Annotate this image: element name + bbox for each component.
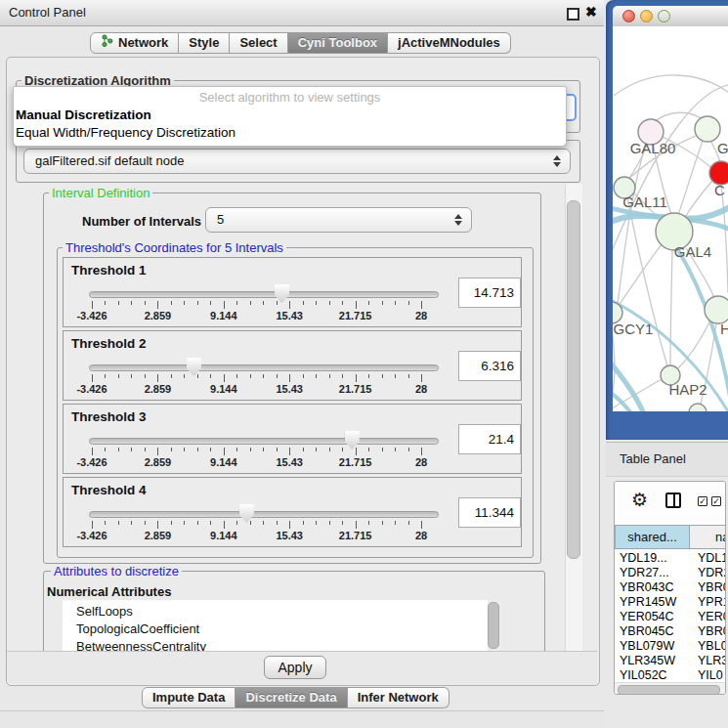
table-hscrollbar-thumb[interactable] bbox=[618, 685, 720, 695]
network-node-g[interactable] bbox=[695, 116, 720, 142]
numerical-attributes-list[interactable]: SelfLoopsTopologicalCoefficientBetweenne… bbox=[63, 600, 501, 651]
tab-label: Impute Data bbox=[152, 687, 225, 708]
network-edge bbox=[613, 348, 645, 411]
slider-tick-label: 21.715 bbox=[339, 456, 372, 468]
gear-icon[interactable]: ⚙ bbox=[631, 491, 648, 509]
algorithm-dropdown-hint: Select algorithm to view settings bbox=[14, 90, 566, 105]
table-row[interactable]: YBL079WYBL0 bbox=[615, 639, 726, 654]
slider-scale-labels: -3.4262.8599.14415.4321.71528 bbox=[92, 310, 421, 321]
attribute-list-item[interactable]: SelfLoops bbox=[63, 603, 501, 621]
checked-checkbox-icon[interactable]: ✓ bbox=[698, 496, 707, 506]
cell-shared-name: YDR27... bbox=[615, 566, 694, 580]
network-edge bbox=[620, 244, 662, 304]
tab-discretize-data[interactable]: Discretize Data bbox=[236, 687, 347, 708]
slider-scale-labels: -3.4262.8599.14415.4321.71528 bbox=[92, 530, 421, 541]
table-row[interactable]: YER054CYER0 bbox=[615, 610, 726, 624]
column-header-name[interactable]: na bbox=[690, 525, 726, 549]
slider-track[interactable] bbox=[89, 364, 439, 371]
slider-ticks bbox=[92, 521, 421, 530]
tab-impute-data[interactable]: Impute Data bbox=[142, 687, 236, 708]
tab-cyni-toolbox[interactable]: Cyni Toolbox bbox=[288, 32, 388, 54]
column-layout-icon[interactable] bbox=[665, 492, 681, 508]
algorithm-dropdown-popup: Select algorithm to view settings Manual… bbox=[13, 86, 567, 147]
slider-tick-label: 15.43 bbox=[276, 383, 303, 395]
table-row[interactable]: YBR045CYBR0 bbox=[615, 624, 726, 639]
table-row[interactable]: YLR345WYLR3 bbox=[615, 654, 726, 668]
table-row[interactable]: YDR27...YDR2 bbox=[615, 566, 726, 580]
slider-tick-label: 28 bbox=[415, 456, 427, 468]
attribute-list-item[interactable]: TopologicalCoefficient bbox=[63, 621, 501, 638]
algorithm-option-equal-width[interactable]: Equal Width/Frequency Discretization bbox=[16, 125, 236, 140]
slider-tick-label: 2.859 bbox=[145, 456, 172, 468]
threshold-value-field[interactable]: 6.316 bbox=[458, 351, 521, 381]
slider-track[interactable] bbox=[89, 291, 439, 298]
close-icon[interactable]: ✖ bbox=[585, 4, 597, 20]
table-header-row: shared... na bbox=[615, 525, 726, 549]
cell-shared-name: YBL079W bbox=[615, 639, 694, 654]
control-panel-titlebar: Control Panel ✖ bbox=[0, 0, 604, 26]
close-traffic-light-icon[interactable] bbox=[622, 10, 635, 22]
table-toolbar: ⚙ ✓ ✓ bbox=[615, 482, 725, 523]
slider-tick-label: 2.859 bbox=[145, 383, 172, 395]
tab-label: Discretize Data bbox=[245, 687, 336, 708]
slider-tick-label: 2.859 bbox=[145, 530, 172, 541]
cell-name: YPR1 bbox=[694, 595, 726, 610]
threshold-value-field[interactable]: 21.4 bbox=[458, 424, 521, 454]
attributes-group-title: Attributes to discretize bbox=[51, 564, 182, 578]
slider-tick-label: 21.715 bbox=[339, 530, 372, 541]
number-of-intervals-select[interactable]: 5 bbox=[205, 207, 472, 233]
table-hscrollbar-track[interactable] bbox=[615, 682, 725, 695]
slider-track[interactable] bbox=[89, 511, 439, 518]
list-scrollbar-track[interactable] bbox=[488, 600, 501, 651]
network-canvas[interactable]: GAL80G.CGAL11GAL4GCY1HHAP2 bbox=[613, 26, 728, 411]
slider-track[interactable] bbox=[89, 438, 439, 445]
threshold-panel: Threshold 2 -3.4262.8599.14415.4321.7152… bbox=[63, 330, 522, 401]
table-data-select[interactable]: galFiltered.sif default node bbox=[23, 149, 571, 174]
minimize-traffic-light-icon[interactable] bbox=[640, 10, 653, 22]
network-window-titlebar bbox=[613, 6, 728, 27]
threshold-value-field[interactable]: 14.713 bbox=[458, 278, 521, 308]
attribute-list-item[interactable]: BetweennessCentrality bbox=[63, 638, 501, 651]
list-scrollbar-thumb[interactable] bbox=[488, 602, 499, 649]
cell-name: YER0 bbox=[694, 610, 726, 624]
table-row[interactable]: YDL19...YDL1 bbox=[615, 551, 726, 566]
threshold-label: Threshold 4 bbox=[71, 483, 147, 497]
number-of-intervals-value: 5 bbox=[217, 212, 224, 227]
tab-label: jActiveMNodules bbox=[398, 32, 500, 54]
tab-infer-network[interactable]: Infer Network bbox=[348, 687, 450, 708]
network-icon bbox=[101, 32, 113, 54]
table-panel: ⚙ ✓ ✓ shared... na YDL19...YDL1YDR27...Y… bbox=[614, 481, 726, 695]
slider-ticks bbox=[92, 301, 421, 310]
tab-jactivemnodules[interactable]: jActiveMNodules bbox=[388, 32, 511, 54]
network-edge bbox=[721, 186, 728, 293]
network-node-label: C bbox=[714, 182, 725, 198]
slider-tick-label: 2.859 bbox=[145, 310, 172, 321]
network-node[interactable] bbox=[689, 404, 707, 411]
checked-checkbox-icon[interactable]: ✓ bbox=[711, 496, 721, 506]
algorithm-option-manual[interactable]: Manual Discretization bbox=[16, 107, 151, 122]
tab-select[interactable]: Select bbox=[230, 32, 287, 54]
apply-button[interactable]: Apply bbox=[264, 656, 326, 679]
network-node-label: GCY1 bbox=[614, 321, 654, 337]
threshold-value-field[interactable]: 11.344 bbox=[458, 497, 521, 528]
table-row[interactable]: YPR145WYPR1 bbox=[615, 595, 726, 610]
table-row[interactable]: YBR043CYBR0 bbox=[615, 580, 726, 595]
combo-stepper-icon bbox=[454, 208, 462, 232]
window-bottom-strip bbox=[0, 710, 604, 728]
table-panel-title: Table Panel bbox=[620, 451, 686, 466]
network-node-h[interactable] bbox=[705, 296, 728, 323]
network-node-label: GAL11 bbox=[622, 193, 667, 210]
tab-network[interactable]: Network bbox=[90, 32, 179, 54]
column-header-shared-name[interactable]: shared... bbox=[615, 525, 690, 549]
tab-style[interactable]: Style bbox=[179, 32, 230, 54]
tab-label: Network bbox=[118, 32, 168, 54]
table-row[interactable]: YIL052CYIL0 bbox=[615, 668, 726, 683]
panel-scrollbar-thumb[interactable] bbox=[567, 200, 580, 559]
cell-shared-name: YLR345W bbox=[615, 654, 694, 668]
network-node-label: GAL80 bbox=[630, 140, 676, 156]
network-edge bbox=[678, 321, 710, 368]
zoom-traffic-light-icon[interactable] bbox=[658, 10, 670, 22]
float-window-icon[interactable] bbox=[567, 8, 579, 21]
slider-scale-labels: -3.4262.8599.14415.4321.71528 bbox=[92, 456, 421, 468]
slider-tick-label: 9.144 bbox=[210, 383, 237, 395]
